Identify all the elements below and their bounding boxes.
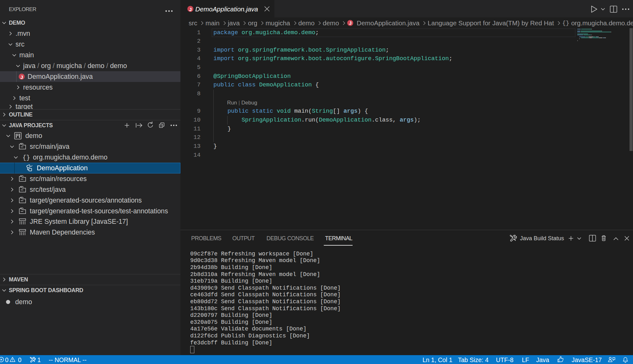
svg-text:{}: {}: [22, 154, 30, 161]
svg-text:J: J: [189, 7, 192, 12]
svg-text:J: J: [20, 74, 23, 80]
